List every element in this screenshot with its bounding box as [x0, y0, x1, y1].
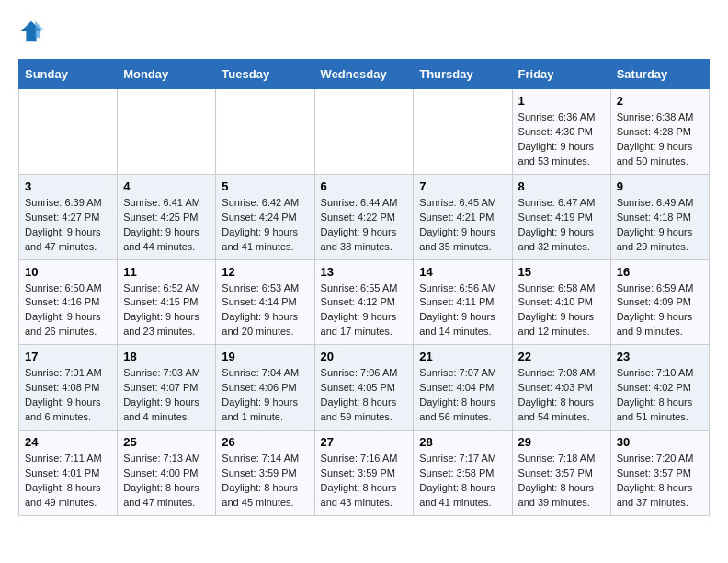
day-info: Sunrise: 7:08 AM Sunset: 4:03 PM Dayligh…: [518, 366, 605, 425]
calendar-cell: 23Sunrise: 7:10 AM Sunset: 4:02 PM Dayli…: [610, 345, 709, 431]
day-number: 17: [25, 350, 111, 363]
calendar-cell: 8Sunrise: 6:47 AM Sunset: 4:19 PM Daylig…: [512, 174, 610, 259]
day-info: Sunrise: 6:44 AM Sunset: 4:22 PM Dayligh…: [321, 196, 408, 255]
calendar-table: SundayMondayTuesdayWednesdayThursdayFrid…: [18, 59, 710, 516]
day-info: Sunrise: 6:52 AM Sunset: 4:15 PM Dayligh…: [123, 282, 210, 340]
calendar-cell: 19Sunrise: 7:04 AM Sunset: 4:06 PM Dayli…: [216, 345, 314, 431]
day-info: Sunrise: 7:13 AM Sunset: 4:00 PM Dayligh…: [123, 452, 210, 511]
calendar-cell: 5Sunrise: 6:42 AM Sunset: 4:24 PM Daylig…: [216, 174, 314, 259]
weekday-header: Saturday: [610, 60, 709, 89]
day-info: Sunrise: 7:04 AM Sunset: 4:06 PM Dayligh…: [222, 366, 308, 425]
day-number: 8: [518, 179, 605, 193]
day-info: Sunrise: 6:50 AM Sunset: 4:16 PM Dayligh…: [25, 282, 111, 340]
calendar-cell: 14Sunrise: 6:56 AM Sunset: 4:11 PM Dayli…: [414, 259, 512, 345]
weekday-header: Thursday: [414, 60, 512, 89]
calendar-cell: 13Sunrise: 6:55 AM Sunset: 4:12 PM Dayli…: [314, 259, 414, 345]
day-info: Sunrise: 6:56 AM Sunset: 4:11 PM Dayligh…: [419, 282, 506, 340]
day-info: Sunrise: 7:03 AM Sunset: 4:07 PM Dayligh…: [123, 366, 210, 425]
day-number: 4: [123, 179, 210, 193]
day-number: 5: [222, 179, 308, 193]
day-number: 29: [518, 435, 605, 449]
day-info: Sunrise: 6:53 AM Sunset: 4:14 PM Dayligh…: [222, 282, 308, 340]
weekday-header: Tuesday: [216, 60, 314, 89]
calendar-cell: 10Sunrise: 6:50 AM Sunset: 4:16 PM Dayli…: [19, 259, 118, 345]
day-number: 25: [123, 435, 210, 449]
weekday-header: Friday: [512, 60, 610, 89]
day-info: Sunrise: 6:41 AM Sunset: 4:25 PM Dayligh…: [123, 196, 210, 255]
day-number: 23: [617, 350, 703, 363]
calendar-week-row: 17Sunrise: 7:01 AM Sunset: 4:08 PM Dayli…: [19, 345, 710, 431]
calendar-cell: 29Sunrise: 7:18 AM Sunset: 3:57 PM Dayli…: [512, 431, 610, 516]
day-number: 15: [518, 265, 605, 279]
logo-icon: [18, 18, 44, 44]
day-info: Sunrise: 6:38 AM Sunset: 4:28 PM Dayligh…: [617, 110, 703, 169]
day-info: Sunrise: 6:45 AM Sunset: 4:21 PM Dayligh…: [419, 196, 506, 255]
day-info: Sunrise: 7:20 AM Sunset: 3:57 PM Dayligh…: [617, 452, 703, 511]
calendar-week-row: 1Sunrise: 6:36 AM Sunset: 4:30 PM Daylig…: [19, 89, 710, 175]
calendar-cell: 15Sunrise: 6:58 AM Sunset: 4:10 PM Dayli…: [512, 259, 610, 345]
calendar-cell: [19, 89, 118, 175]
calendar-cell: 25Sunrise: 7:13 AM Sunset: 4:00 PM Dayli…: [118, 431, 216, 516]
day-info: Sunrise: 7:18 AM Sunset: 3:57 PM Dayligh…: [518, 452, 605, 511]
day-number: 11: [123, 265, 210, 279]
day-number: 21: [419, 350, 506, 363]
day-info: Sunrise: 6:36 AM Sunset: 4:30 PM Dayligh…: [518, 110, 605, 169]
day-number: 20: [321, 350, 408, 363]
calendar-cell: 18Sunrise: 7:03 AM Sunset: 4:07 PM Dayli…: [118, 345, 216, 431]
day-info: Sunrise: 7:10 AM Sunset: 4:02 PM Dayligh…: [617, 366, 703, 425]
day-number: 12: [222, 265, 308, 279]
calendar-cell: 27Sunrise: 7:16 AM Sunset: 3:59 PM Dayli…: [314, 431, 414, 516]
day-info: Sunrise: 6:49 AM Sunset: 4:18 PM Dayligh…: [617, 196, 703, 255]
calendar-cell: [314, 89, 414, 175]
day-info: Sunrise: 6:47 AM Sunset: 4:19 PM Dayligh…: [518, 196, 605, 255]
calendar-cell: 6Sunrise: 6:44 AM Sunset: 4:22 PM Daylig…: [314, 174, 414, 259]
calendar-cell: 9Sunrise: 6:49 AM Sunset: 4:18 PM Daylig…: [610, 174, 709, 259]
day-number: 2: [617, 94, 703, 108]
calendar-cell: 1Sunrise: 6:36 AM Sunset: 4:30 PM Daylig…: [512, 89, 610, 175]
day-number: 3: [25, 179, 111, 193]
day-info: Sunrise: 7:16 AM Sunset: 3:59 PM Dayligh…: [321, 452, 408, 511]
calendar-cell: 16Sunrise: 6:59 AM Sunset: 4:09 PM Dayli…: [610, 259, 709, 345]
day-number: 9: [617, 179, 703, 193]
day-number: 28: [419, 435, 506, 449]
day-number: 22: [518, 350, 605, 363]
calendar-cell: 12Sunrise: 6:53 AM Sunset: 4:14 PM Dayli…: [216, 259, 314, 345]
weekday-header: Wednesday: [314, 60, 414, 89]
header: [18, 18, 710, 44]
day-number: 6: [321, 179, 408, 193]
calendar-cell: [118, 89, 216, 175]
day-number: 14: [419, 265, 506, 279]
calendar-cell: 28Sunrise: 7:17 AM Sunset: 3:58 PM Dayli…: [414, 431, 512, 516]
calendar-cell: [414, 89, 512, 175]
calendar-cell: 20Sunrise: 7:06 AM Sunset: 4:05 PM Dayli…: [314, 345, 414, 431]
calendar-cell: [216, 89, 314, 175]
weekday-header: Monday: [118, 60, 216, 89]
calendar-week-row: 24Sunrise: 7:11 AM Sunset: 4:01 PM Dayli…: [19, 431, 710, 516]
day-number: 13: [321, 265, 408, 279]
day-number: 7: [419, 179, 506, 193]
day-number: 16: [617, 265, 703, 279]
day-info: Sunrise: 6:58 AM Sunset: 4:10 PM Dayligh…: [518, 282, 605, 340]
calendar-cell: 24Sunrise: 7:11 AM Sunset: 4:01 PM Dayli…: [19, 431, 118, 516]
calendar-cell: 11Sunrise: 6:52 AM Sunset: 4:15 PM Dayli…: [118, 259, 216, 345]
calendar-cell: 22Sunrise: 7:08 AM Sunset: 4:03 PM Dayli…: [512, 345, 610, 431]
calendar-cell: 17Sunrise: 7:01 AM Sunset: 4:08 PM Dayli…: [19, 345, 118, 431]
day-number: 10: [25, 265, 111, 279]
calendar-cell: 7Sunrise: 6:45 AM Sunset: 4:21 PM Daylig…: [414, 174, 512, 259]
day-info: Sunrise: 7:17 AM Sunset: 3:58 PM Dayligh…: [419, 452, 506, 511]
day-info: Sunrise: 7:01 AM Sunset: 4:08 PM Dayligh…: [25, 366, 111, 425]
day-number: 26: [222, 435, 308, 449]
calendar-cell: 3Sunrise: 6:39 AM Sunset: 4:27 PM Daylig…: [19, 174, 118, 259]
calendar-cell: 2Sunrise: 6:38 AM Sunset: 4:28 PM Daylig…: [610, 89, 709, 175]
day-info: Sunrise: 7:14 AM Sunset: 3:59 PM Dayligh…: [222, 452, 308, 511]
calendar-cell: 30Sunrise: 7:20 AM Sunset: 3:57 PM Dayli…: [610, 431, 709, 516]
weekday-header: Sunday: [19, 60, 118, 89]
calendar-cell: 4Sunrise: 6:41 AM Sunset: 4:25 PM Daylig…: [118, 174, 216, 259]
day-number: 1: [518, 94, 605, 108]
day-number: 27: [321, 435, 408, 449]
calendar-week-row: 3Sunrise: 6:39 AM Sunset: 4:27 PM Daylig…: [19, 174, 710, 259]
day-info: Sunrise: 7:11 AM Sunset: 4:01 PM Dayligh…: [25, 452, 111, 511]
day-info: Sunrise: 6:59 AM Sunset: 4:09 PM Dayligh…: [617, 282, 703, 340]
calendar-header-row: SundayMondayTuesdayWednesdayThursdayFrid…: [19, 60, 710, 89]
day-info: Sunrise: 6:42 AM Sunset: 4:24 PM Dayligh…: [222, 196, 308, 255]
